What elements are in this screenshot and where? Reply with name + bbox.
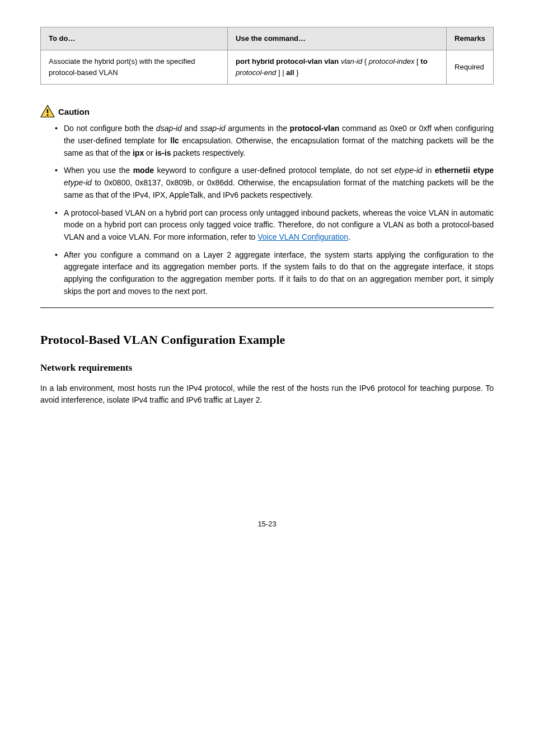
- text-run: After you configure a command on a Layer…: [64, 250, 494, 296]
- text-run: Do not configure both the: [64, 124, 156, 133]
- text-run: dsap-id: [156, 124, 182, 133]
- text-run: and: [182, 124, 200, 133]
- cmd-part: to: [420, 57, 427, 66]
- svg-rect-1: [47, 109, 48, 113]
- th-cmd: Use the command…: [228, 27, 447, 50]
- cmd-brace: [: [416, 57, 419, 66]
- text-run: ssap-id: [200, 124, 225, 133]
- caution-item: A protocol-based VLAN on a hybrid port c…: [55, 207, 494, 244]
- cmd-brace: ] |: [278, 68, 284, 77]
- text-run: etype-id: [395, 166, 423, 175]
- text-run: mode: [133, 166, 154, 175]
- divider: [40, 307, 494, 308]
- text-run: .: [348, 232, 350, 241]
- caution-label: Caution: [58, 105, 90, 118]
- text-run: arguments in the: [226, 124, 290, 133]
- caution-item: When you use the mode keyword to configu…: [55, 165, 494, 201]
- text-run: When you use the: [64, 166, 133, 175]
- doc-link[interactable]: Voice VLAN Configuration: [257, 232, 348, 241]
- svg-point-2: [46, 114, 48, 116]
- cmd-brace: {: [364, 57, 367, 66]
- caution-list: Do not configure both the dsap-id and ss…: [40, 123, 494, 297]
- text-run: protocol-vlan: [290, 124, 340, 133]
- table-row: Associate the hybrid port(s) with the sp…: [41, 50, 494, 85]
- cmd-part: all: [286, 68, 294, 77]
- text-run: is-is: [155, 148, 171, 157]
- caution-item: Do not configure both the dsap-id and ss…: [55, 123, 494, 159]
- cmd-brace: }: [296, 68, 298, 77]
- text-run: or: [144, 148, 155, 157]
- text-run: llc: [170, 136, 179, 145]
- caution-icon: [40, 105, 55, 118]
- cmd-arg: protocol-index: [369, 57, 415, 66]
- cmd-part: port hybrid protocol-vlan vlan: [236, 57, 339, 66]
- cmd-arg: vlan-id: [341, 57, 362, 66]
- text-run: ipx: [133, 148, 144, 157]
- page-number: 15-23: [40, 519, 494, 530]
- config-table: To do… Use the command… Remarks Associat…: [40, 27, 494, 85]
- cell-remark: Required: [447, 50, 494, 85]
- text-run: in: [423, 166, 435, 175]
- text-run: ethernetii etype: [435, 166, 494, 175]
- th-remark: Remarks: [447, 27, 494, 50]
- cmd-arg: protocol-end: [236, 68, 276, 77]
- text-run: keyword to configure a user-defined prot…: [154, 166, 395, 175]
- body-paragraph: In a lab environment, most hosts run the…: [40, 382, 494, 407]
- caution-item: After you configure a command on a Layer…: [55, 249, 494, 298]
- text-run: packets respectively.: [171, 148, 245, 157]
- cell-cmd: port hybrid protocol-vlan vlan vlan-id {…: [228, 50, 447, 85]
- text-run: etype-id: [64, 178, 92, 187]
- section-title: Protocol-Based VLAN Configuration Exampl…: [40, 330, 494, 349]
- subsection-title: Network requirements: [40, 361, 494, 375]
- caution-header: Caution: [40, 105, 494, 118]
- caution-block: Caution Do not configure both the dsap-i…: [40, 105, 494, 297]
- text-run: to 0x0800, 0x8137, 0x809b, or 0x86dd. Ot…: [64, 178, 494, 199]
- cell-desc: Associate the hybrid port(s) with the sp…: [41, 50, 228, 85]
- th-todo: To do…: [41, 27, 228, 50]
